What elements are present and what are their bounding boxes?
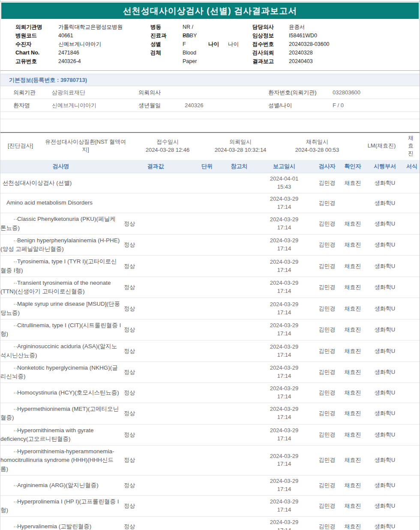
result-value-cell: 정상 [121, 262, 190, 270]
field-row: Chart No.2471846 [15, 48, 150, 57]
field-label: 임상정보 [252, 31, 289, 40]
department-cell: 생화학U [366, 220, 404, 228]
tester-cell: 김민경 [314, 241, 340, 249]
exam-group-name: 유전성대사이상질환[NST 혈액여지] [38, 138, 133, 153]
field-label: 접수번호 [252, 40, 289, 48]
field-value: 240326-4 [58, 57, 150, 66]
report-datetime: 2024-03-29 17:14 [264, 216, 304, 232]
meta-datetime-value: 2024-03-28 10:32:14 [202, 146, 279, 154]
table-row[interactable]: ··Nonketotic hyperglycinemia (NKHG)(글리신뇌… [0, 362, 420, 383]
report-datetime: 2024-03-29 17:14 [264, 518, 304, 530]
table-row[interactable]: ··Hypervalinemia (고발린혈증)정상2024-03-29 17:… [0, 517, 420, 530]
field-row: 수진자신예브게니야아기 [15, 40, 150, 48]
table-row[interactable]: ··Argininosuccinic aciduria (ASA)(알지노석시닌… [0, 340, 420, 362]
table-row[interactable]: 선천성대사이상검사 (선별)2024-04-01 15:43김민경채효진생화학U [0, 173, 420, 193]
field-value: 신예브게니야아기 [52, 102, 138, 109]
table-row[interactable]: ··Maple syrup urine disease [MSUD](단풍당뇨증… [0, 298, 420, 319]
meta-datetime: 채취일시2024-03-28 00:53 [279, 138, 355, 154]
field-label: 성별/나이 [268, 102, 333, 109]
report-datetime-cell: 2024-03-29 17:14 [254, 385, 314, 401]
tester-cell: 김민경 [314, 482, 340, 489]
col-header-reference: 참고치 [224, 163, 254, 170]
field-row: 결과보고20240403 [252, 57, 420, 66]
table-row[interactable]: ··Benign hyperphenylalaninemia (H-PHE)(양… [0, 235, 420, 256]
table-row[interactable]: ··Citrullinemia, type I (CIT)(시트룰린혈증 I형)… [0, 319, 420, 341]
field-value: 삼광의료재단 [52, 89, 138, 96]
table-row[interactable]: Amino acid metabolism Disorders2024-03-2… [0, 193, 420, 214]
confirmer-cell: 채효진 [340, 502, 366, 510]
test-name-cell: ··Hyperornithinemia-hyperammonemia-homoc… [0, 447, 121, 473]
table-row[interactable]: ··Transient tyrosinemia of the neonate (… [0, 277, 420, 298]
field-value: Blood Paper [183, 48, 208, 57]
table-row[interactable]: ··Tyrosinemia, type I (TYR I)(고타이로신혈증 I형… [0, 256, 420, 277]
field-label: 검체 [150, 48, 183, 57]
report-datetime-cell: 2024-03-29 17:14 [254, 364, 314, 380]
result-value-cell: 정상 [121, 456, 190, 464]
test-name-cell: ··Hypervalinemia (고발린혈증) [0, 522, 121, 530]
report-datetime: 2024-03-29 17:14 [264, 301, 304, 317]
test-name-cell: ··Classic Phenylketonuria (PKU)(페닐케톤뇨증) [0, 215, 121, 232]
field-value: 윤종서 [289, 23, 420, 31]
test-name-cell: ··Maple syrup urine disease [MSUD](단풍당뇨증… [0, 300, 121, 317]
confirmer-cell: 채효진 [340, 179, 366, 187]
report-datetime-cell: 2024-03-29 17:14 [254, 216, 314, 232]
tester-cell: 김민경 [314, 262, 340, 270]
report-datetime: 2024-03-29 17:14 [264, 195, 304, 211]
meta-datetime-value: 2024-03-28 12:46 [133, 146, 202, 154]
info-row: 환자명신예브게니야아기생년월일240326성별/나이F / 0 [0, 99, 420, 112]
test-name-cell: ··Benign hyperphenylalaninemia (H-PHE)(양… [0, 236, 121, 254]
result-value-cell: 정상 [121, 410, 190, 417]
tester-cell: 김민경 [314, 431, 340, 439]
patient-info-col-left: 의뢰기관명가톨릭대학교은평성모병원병원코드40661수진자신예브게니야아기Cha… [0, 23, 150, 66]
report-datetime: 2024-03-29 17:14 [264, 258, 304, 274]
table-row[interactable]: ··Hyperornithinemia with gyrate deficien… [0, 425, 420, 446]
field-label: 환자명 [0, 102, 52, 109]
confirmer-cell: 채효진 [340, 482, 366, 489]
tester-cell: 김민경 [314, 220, 340, 228]
report-datetime: 2024-03-29 17:14 [264, 498, 304, 514]
table-row[interactable]: ··Homocystinuria (HCY)(호모시스틴뇨증)정상2024-03… [0, 383, 420, 403]
patient-info-section: 의뢰기관명가톨릭대학교은평성모병원병원코드40661수진자신예브게니야아기Cha… [0, 19, 420, 71]
result-value-cell: 정상 [121, 305, 190, 313]
table-row[interactable]: ··Classic Phenylketonuria (PKU)(페닐케톤뇨증)정… [0, 213, 420, 235]
collector-label: LM(채효진) [355, 142, 408, 150]
exam-meta-row: [진단검사] 유전성대사이상질환[NST 혈액여지] 접수일시2024-03-2… [0, 132, 420, 159]
report-datetime-cell: 2024-03-29 17:14 [254, 279, 314, 295]
department-cell: 생화학U [366, 502, 404, 510]
report-datetime: 2024-03-29 17:14 [264, 452, 304, 469]
field-row: 고유번호240326-4 [15, 57, 150, 66]
result-value-cell: 정상 [121, 220, 190, 228]
table-row[interactable]: ··Hyperornithinemia-hyperammonemia-homoc… [0, 446, 420, 476]
field-row: 진료과PD [150, 31, 252, 40]
field-label: 병동 [150, 23, 183, 31]
test-name-cell: ··Hyperornithinemia with gyrate deficien… [0, 426, 121, 444]
meta-datetime: 의뢰일시2024-03-28 10:32:14 [202, 138, 279, 154]
field-value: 가톨릭대학교은평성모병원 [58, 23, 150, 31]
test-name-cell: ··Hyperprolinemia I (HP I)(고프롤린혈증 I형) [0, 497, 121, 515]
basic-info-header-label: 기본정보(등록번호 : 39780713) [9, 77, 87, 83]
tester-cell: 김민경 [314, 326, 340, 334]
confirmer-cell: 채효진 [340, 241, 366, 249]
table-row[interactable]: ··Argininemia (ARG)(알지닌혈증)정상2024-03-29 1… [0, 476, 420, 496]
col-header-format: 서식 [404, 163, 420, 170]
confirmer-cell: 채효진 [340, 305, 366, 313]
department-cell: 생화학U [366, 179, 404, 187]
test-name-cell: ··Tyrosinemia, type I (TYR I)(고타이로신혈증 I형… [0, 257, 121, 275]
report-datetime-cell: 2024-03-29 17:14 [254, 195, 314, 211]
table-row[interactable]: ··Hyperprolinemia I (HP I)(고프롤린혈증 I형)정상2… [0, 496, 420, 517]
report-datetime-cell: 2024-03-29 17:14 [254, 237, 314, 253]
test-name-cell: ··Argininosuccinic aciduria (ASA)(알지노석시닌… [0, 342, 121, 360]
col-header-tester: 검사자 [314, 163, 340, 170]
field-value: 20240328 [289, 48, 420, 57]
col-header-test-name: 검사명 [0, 163, 121, 170]
col-header-department: 시행부서 [366, 163, 404, 170]
field-label: 검사의뢰 [252, 48, 289, 57]
confirmer-cell: 채효진 [340, 347, 366, 355]
report-datetime: 2024-03-29 17:14 [264, 427, 304, 443]
basic-info-rows: 의뢰기관삼광의료재단의뢰의사환자번호(의뢰기관)032803600환자명신예브게… [0, 86, 420, 112]
department-cell: 생화학U [366, 241, 404, 249]
table-row[interactable]: ··Hypermethioninemia (MET)(고메티오닌혈증)정상202… [0, 403, 420, 425]
report-datetime-cell: 2024-03-29 17:14 [254, 452, 314, 469]
confirmer-cell: 채효진 [340, 262, 366, 270]
test-name-cell: ··Homocystinuria (HCY)(호모시스틴뇨증) [0, 388, 121, 397]
